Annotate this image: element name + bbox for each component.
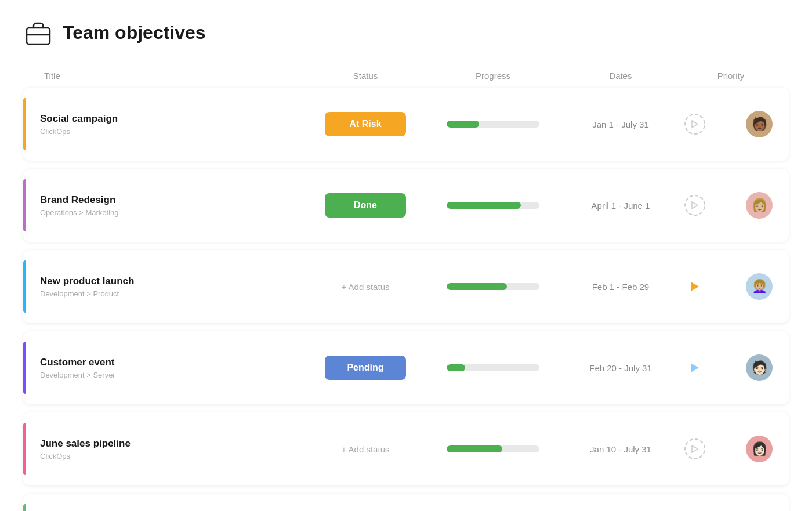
objectives-table: Title Status Progress Dates Priority Soc… bbox=[23, 71, 789, 511]
dates-cell: April 1 - June 1 bbox=[557, 201, 684, 211]
svg-marker-4 bbox=[691, 282, 699, 291]
objective-title: Customer event bbox=[40, 357, 115, 368]
svg-marker-6 bbox=[692, 445, 698, 452]
table-row[interactable]: App marketplace Development > Design + A… bbox=[23, 494, 789, 511]
priority-flag-icon[interactable] bbox=[684, 357, 705, 378]
progress-bar-fill bbox=[447, 121, 479, 128]
title-cell: Social campaign ClickOps bbox=[23, 98, 302, 150]
progress-bar-fill bbox=[447, 283, 507, 290]
priority-cell: 🧑🏻 bbox=[684, 354, 777, 381]
objective-subtitle: ClickOps bbox=[40, 127, 118, 136]
priority-cell: 👩🏼‍🦱 bbox=[684, 273, 777, 300]
objective-subtitle: Development > Server bbox=[40, 371, 115, 379]
status-badge[interactable]: Done bbox=[325, 193, 406, 218]
progress-bar-fill bbox=[447, 364, 465, 371]
title-info: New product launch Development > Product bbox=[40, 276, 134, 298]
add-status-button[interactable]: + Add status bbox=[342, 282, 390, 292]
title-cell: App marketplace Development > Design bbox=[23, 504, 302, 511]
priority-cell: 🧑🏾 bbox=[684, 111, 777, 137]
table-header: Title Status Progress Dates Priority bbox=[23, 71, 789, 88]
table-row[interactable]: Social campaign ClickOps At Risk Jan 1 -… bbox=[23, 88, 789, 161]
dates-cell: Jan 1 - July 31 bbox=[557, 119, 684, 129]
avatar: 👩🏼 bbox=[746, 192, 773, 219]
title-cell: New product launch Development > Product bbox=[23, 260, 302, 313]
priority-flag-icon[interactable] bbox=[684, 195, 705, 216]
priority-flag-icon[interactable] bbox=[684, 114, 705, 135]
progress-bar-fill bbox=[447, 202, 521, 209]
progress-bar-background bbox=[447, 283, 539, 290]
progress-cell bbox=[429, 283, 557, 290]
svg-marker-5 bbox=[691, 363, 699, 372]
table-body: Social campaign ClickOps At Risk Jan 1 -… bbox=[23, 88, 789, 511]
status-cell: Done bbox=[302, 193, 429, 218]
avatar: 👩🏼‍🦱 bbox=[746, 273, 773, 300]
progress-bar-fill bbox=[447, 445, 502, 452]
title-cell: Brand Redesign Operations > Marketing bbox=[23, 179, 302, 231]
table-row[interactable]: June sales pipeline ClickOps + Add statu… bbox=[23, 412, 789, 485]
title-info: Brand Redesign Operations > Marketing bbox=[40, 194, 118, 217]
avatar: 👩🏻 bbox=[746, 436, 773, 462]
row-accent bbox=[23, 98, 26, 150]
dates-cell: Feb 20 - July 31 bbox=[557, 363, 684, 373]
svg-marker-2 bbox=[692, 121, 698, 128]
title-cell: Customer event Development > Server bbox=[23, 342, 302, 394]
col-header-priority: Priority bbox=[684, 71, 777, 81]
status-cell: Pending bbox=[302, 356, 429, 380]
row-accent bbox=[23, 504, 26, 511]
progress-cell bbox=[429, 445, 557, 452]
briefcase-icon bbox=[23, 17, 53, 48]
status-cell: + Add status bbox=[302, 444, 429, 454]
table-row[interactable]: Brand Redesign Operations > Marketing Do… bbox=[23, 169, 789, 242]
status-cell: + Add status bbox=[302, 282, 429, 292]
objective-subtitle: Development > Product bbox=[40, 289, 134, 298]
progress-cell bbox=[429, 121, 557, 128]
priority-flag-icon[interactable] bbox=[684, 276, 705, 297]
page-title: Team objectives bbox=[63, 22, 206, 44]
objective-title: June sales pipeline bbox=[40, 438, 130, 450]
progress-cell bbox=[429, 364, 557, 371]
objective-title: Social campaign bbox=[40, 113, 118, 125]
col-header-status: Status bbox=[302, 71, 429, 81]
svg-rect-0 bbox=[27, 28, 50, 44]
col-header-dates: Dates bbox=[557, 71, 684, 81]
progress-bar-background bbox=[447, 121, 539, 128]
row-accent bbox=[23, 260, 26, 313]
table-row[interactable]: Customer event Development > Server Pend… bbox=[23, 331, 789, 404]
add-status-button[interactable]: + Add status bbox=[342, 444, 390, 454]
priority-flag-icon[interactable] bbox=[684, 438, 705, 459]
title-info: June sales pipeline ClickOps bbox=[40, 438, 130, 461]
row-accent bbox=[23, 179, 26, 231]
status-cell: At Risk bbox=[302, 112, 429, 136]
title-info: Customer event Development > Server bbox=[40, 357, 115, 379]
svg-marker-3 bbox=[692, 202, 698, 209]
page-header: Team objectives bbox=[23, 17, 789, 48]
priority-cell: 👩🏻 bbox=[684, 436, 777, 462]
row-accent bbox=[23, 342, 26, 394]
objective-subtitle: ClickOps bbox=[40, 452, 130, 461]
col-header-progress: Progress bbox=[429, 71, 557, 81]
priority-cell: 👩🏼 bbox=[684, 192, 777, 219]
table-row[interactable]: New product launch Development > Product… bbox=[23, 250, 789, 323]
progress-bar-background bbox=[447, 364, 539, 371]
objective-title: Brand Redesign bbox=[40, 194, 118, 206]
status-badge[interactable]: At Risk bbox=[325, 112, 406, 136]
row-accent bbox=[23, 423, 26, 475]
avatar: 🧑🏾 bbox=[746, 111, 773, 137]
title-info: Social campaign ClickOps bbox=[40, 113, 118, 136]
progress-bar-background bbox=[447, 202, 539, 209]
objective-title: New product launch bbox=[40, 276, 134, 287]
avatar: 🧑🏻 bbox=[746, 354, 773, 381]
title-cell: June sales pipeline ClickOps bbox=[23, 423, 302, 475]
progress-cell bbox=[429, 202, 557, 209]
objective-subtitle: Operations > Marketing bbox=[40, 208, 118, 217]
dates-cell: Feb 1 - Feb 29 bbox=[557, 282, 684, 292]
status-badge[interactable]: Pending bbox=[325, 356, 406, 380]
dates-cell: Jan 10 - July 31 bbox=[557, 444, 684, 454]
col-header-title: Title bbox=[44, 71, 302, 81]
progress-bar-background bbox=[447, 445, 539, 452]
